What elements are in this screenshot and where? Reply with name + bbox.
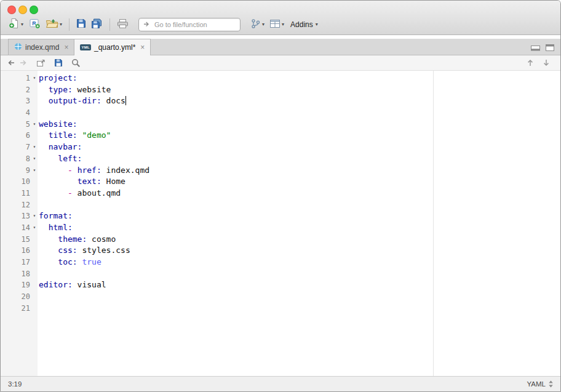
save-button[interactable] [74,17,89,33]
fold-spacer [30,268,39,280]
code-text: format: [39,210,73,222]
code-line[interactable]: 17 toc: true [1,257,560,268]
token-plain [39,130,49,140]
fold-spacer [30,188,39,199]
line-number: 9 [1,165,30,177]
tab-label: _quarto.yml* [94,43,135,52]
line-number: 17 [1,257,30,268]
goto-arrow-icon [143,19,150,30]
code-line[interactable]: 14▾ html: [1,222,560,234]
token-key: html: [49,223,73,232]
fold-arrow-icon[interactable]: ▾ [30,210,39,222]
token-key: navbar: [49,142,82,151]
maximize-pane-button[interactable] [546,42,554,54]
line-number: 11 [1,188,30,199]
code-line[interactable]: 10 text: Home [1,176,560,188]
code-area[interactable]: 1▾project:2 type: website3 output-dir: d… [1,71,560,314]
save-all-button[interactable] [89,17,105,33]
token-key: type: [49,85,73,94]
fold-spacer [30,95,39,107]
fold-arrow-icon[interactable]: ▾ [30,119,39,130]
code-line[interactable]: 6 title: "demo" [1,130,560,142]
token-key: theme: [58,234,87,244]
status-bar: 3:19 YAML [1,376,560,391]
code-line[interactable]: 21 [1,303,560,314]
search-icon [71,58,81,67]
code-text: theme: cosmo [39,234,116,246]
token-plain [39,246,58,255]
token-plain: about.qmd [73,188,121,198]
line-number: 20 [1,291,30,303]
code-line[interactable]: 13▾format: [1,210,560,222]
fold-arrow-icon[interactable]: ▾ [30,73,39,84]
workspace-panes-button[interactable]: ▾ [267,17,287,33]
token-key: website: [39,119,78,129]
fold-spacer [30,130,39,142]
code-line[interactable]: 4 [1,107,560,119]
fold-arrow-icon[interactable]: ▾ [30,222,39,234]
close-window-button[interactable] [7,6,16,14]
minimize-pane-button[interactable] [531,42,540,54]
language-mode-selector[interactable]: YAML [527,380,553,388]
code-line[interactable]: 3 output-dir: docs [1,95,560,107]
print-button[interactable] [114,17,131,33]
code-text: - href: index.qmd [39,165,149,177]
save-all-icon [91,18,103,31]
fold-arrow-icon[interactable]: ▾ [30,165,39,177]
line-number: 3 [1,95,30,107]
close-tab-icon[interactable]: × [64,44,68,51]
code-line[interactable]: 9▾ - href: index.qmd [1,165,560,177]
minimize-window-button[interactable] [18,6,27,14]
down-arrow-icon [543,59,549,66]
print-icon [117,18,129,31]
new-file-button[interactable]: ▾ [6,17,26,33]
code-line[interactable]: 7▾ navbar: [1,142,560,153]
goto-file-input[interactable] [153,20,236,29]
find-replace-button[interactable] [71,58,81,67]
line-number: 14 [1,222,30,234]
fold-arrow-icon[interactable]: ▾ [30,153,39,165]
next-section-button[interactable] [543,59,549,66]
version-control-button[interactable]: ▾ [248,17,267,33]
token-plain: visual [73,280,106,289]
code-line[interactable]: 8▾ left: [1,153,560,165]
zoom-window-button[interactable] [30,6,38,14]
goto-file-box[interactable] [138,18,241,31]
addins-button[interactable]: Addins ▾ [287,17,320,33]
save-file-button[interactable] [54,58,63,67]
fold-spacer [30,257,39,268]
code-editor[interactable]: 1▾project:2 type: website3 output-dir: d… [1,71,560,376]
token-plain [39,177,78,186]
code-line[interactable]: 20 [1,291,560,303]
code-line[interactable]: 5▾website: [1,119,560,130]
tab-quarto-yml[interactable]: YML _quarto.yml* × [74,39,151,55]
new-project-button[interactable]: R [26,17,43,33]
code-line[interactable]: 12 [1,199,560,211]
forward-button[interactable] [19,59,28,66]
code-line[interactable]: 18 [1,268,560,280]
token-plain [39,96,49,105]
token-plain [39,234,58,244]
fold-arrow-icon[interactable]: ▾ [30,142,39,153]
chevron-down-icon: ▾ [21,22,23,27]
code-line[interactable]: 15 theme: cosmo [1,234,560,246]
open-file-button[interactable]: ▾ [43,17,65,33]
code-line[interactable]: 1▾project: [1,73,560,84]
text-cursor [125,96,126,105]
prev-section-button[interactable] [527,59,533,66]
open-in-new-window-button[interactable] [36,59,46,67]
line-number: 12 [1,199,30,211]
token-key: css: [58,246,77,255]
code-line[interactable]: 16 css: styles.css [1,245,560,257]
fold-spacer [30,199,39,211]
toolbar-separator [109,18,110,31]
close-tab-icon[interactable]: × [140,44,145,51]
line-number: 4 [1,107,30,119]
code-line[interactable]: 2 type: website [1,84,560,96]
titlebar[interactable] [1,1,560,14]
code-line[interactable]: 19editor: visual [1,279,560,291]
tab-index-qmd[interactable]: index.qmd × [8,39,74,55]
code-line[interactable]: 11 - about.qmd [1,188,560,199]
line-number: 15 [1,234,30,246]
back-button[interactable] [7,59,15,66]
